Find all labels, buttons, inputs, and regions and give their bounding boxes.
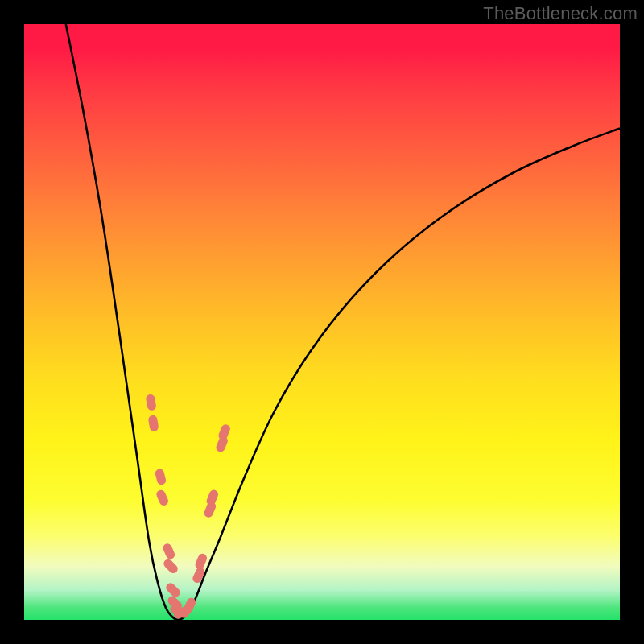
curve-right (178, 129, 620, 621)
data-marker (148, 415, 159, 432)
data-marker (217, 423, 232, 442)
data-marker (155, 489, 170, 507)
data-marker (162, 543, 176, 561)
data-marker (194, 552, 208, 571)
data-marker (155, 468, 167, 485)
curve-layer (24, 24, 620, 620)
data-marker (162, 557, 180, 575)
plot-area (24, 24, 620, 620)
data-marker (205, 489, 220, 507)
watermark-text: TheBottleneck.com (483, 3, 638, 24)
chart-frame: TheBottleneck.com (0, 0, 644, 644)
data-marker (146, 394, 157, 411)
data-marker (164, 581, 182, 599)
curve-left (66, 24, 178, 620)
